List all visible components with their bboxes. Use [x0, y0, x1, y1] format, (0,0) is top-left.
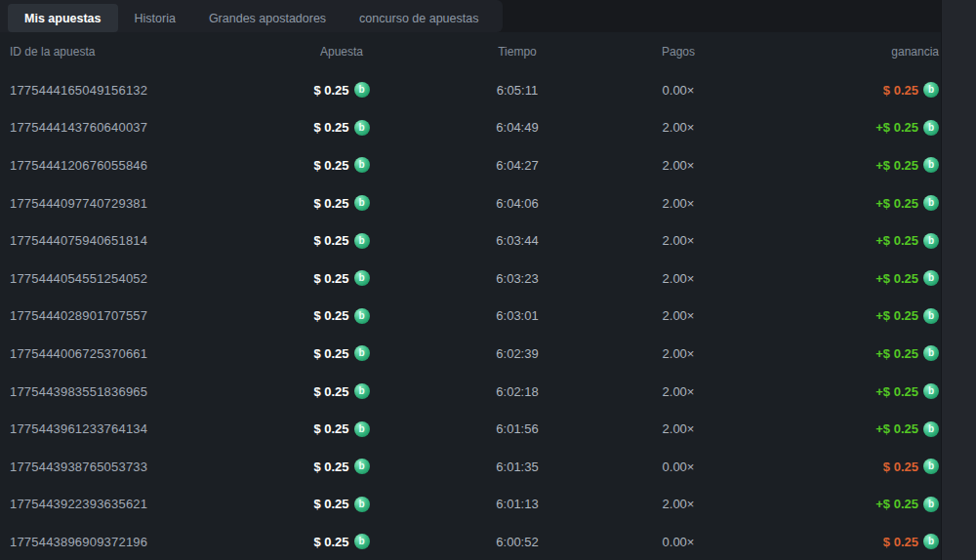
tab-concurso-de-apuestas[interactable]: concurso de apuestas [343, 4, 495, 32]
coin-icon: b [923, 233, 939, 249]
tab-mis-apuestas[interactable]: Mis apuestas [8, 4, 118, 32]
bet-payout: 2.00× [634, 421, 722, 436]
coin-icon: b [923, 534, 939, 549]
profit-cell: +$ 0.25 b [875, 120, 939, 136]
bet-amount: $ 0.25 [313, 233, 348, 248]
coin-icon: b [354, 308, 370, 324]
header-bet: Apuesta [283, 45, 400, 59]
bet-row[interactable]: 1775443922393635621 $ 0.25 b 6:01:13 2.0… [0, 486, 941, 524]
bets-table: ID de la apuesta Apuesta Tiempo Pagos ga… [0, 32, 941, 560]
bet-row[interactable]: 1775444143760640037 $ 0.25 b 6:04:49 2.0… [0, 109, 941, 147]
bet-amount: $ 0.25 [313, 271, 348, 286]
bet-payout: 2.00× [634, 346, 722, 361]
bet-id: 1775443983551836965 [0, 384, 283, 399]
bet-payout: 2.00× [634, 196, 722, 211]
bet-payout: 2.00× [634, 497, 722, 511]
header-time: Tiempo [400, 45, 634, 59]
coin-icon: b [354, 120, 370, 136]
coin-icon: b [923, 459, 939, 474]
bet-id: 1775443922393635621 [0, 497, 283, 511]
bet-row[interactable]: 1775444006725370661 $ 0.25 b 6:02:39 2.0… [0, 335, 941, 373]
bet-row[interactable]: 1775444054551254052 $ 0.25 b 6:03:23 2.0… [0, 260, 941, 298]
bet-amount-cell: $ 0.25 b [313, 270, 369, 286]
header-payout: Pagos [634, 45, 722, 59]
bet-payout: 2.00× [634, 158, 722, 173]
tabs-strip: Mis apuestasHistoriaGrandes apostadoresc… [0, 0, 503, 32]
profit-cell: +$ 0.25 b [875, 383, 939, 399]
bet-payout: 0.00× [634, 535, 722, 549]
bet-payout: 2.00× [634, 233, 722, 248]
profit-cell: +$ 0.25 b [875, 233, 939, 249]
bet-amount: $ 0.25 [313, 196, 348, 211]
profit-amount: $ 0.25 [883, 460, 918, 474]
profit-cell: +$ 0.25 b [875, 308, 939, 324]
bet-time: 6:04:06 [400, 196, 634, 211]
bet-row[interactable]: 1775443896909372196 $ 0.25 b 6:00:52 0.0… [0, 523, 941, 560]
bet-time: 6:00:52 [400, 535, 634, 549]
bet-row[interactable]: 1775444028901707557 $ 0.25 b 6:03:01 2.0… [0, 298, 941, 336]
tab-grandes-apostadores[interactable]: Grandes apostadores [192, 4, 343, 32]
coin-icon: b [923, 195, 939, 211]
bet-row[interactable]: 1775444097740729381 $ 0.25 b 6:04:06 2.0… [0, 184, 941, 222]
bet-amount: $ 0.25 [313, 346, 348, 361]
bet-payout: 2.00× [634, 308, 722, 323]
bet-amount: $ 0.25 [313, 83, 348, 98]
bet-amount: $ 0.25 [313, 120, 348, 135]
bet-payout: 2.00× [634, 384, 722, 399]
bet-amount: $ 0.25 [313, 384, 348, 399]
profit-amount: +$ 0.25 [875, 120, 918, 135]
bet-time: 6:03:44 [400, 233, 634, 248]
bet-amount-cell: $ 0.25 b [313, 82, 369, 98]
coin-icon: b [923, 270, 939, 286]
profit-amount: +$ 0.25 [875, 384, 918, 399]
bet-amount-cell: $ 0.25 b [313, 383, 369, 399]
profit-cell: +$ 0.25 b [875, 421, 939, 437]
bet-row[interactable]: 1775444120676055846 $ 0.25 b 6:04:27 2.0… [0, 146, 941, 184]
coin-icon: b [923, 120, 939, 136]
bet-row[interactable]: 1775444075940651814 $ 0.25 b 6:03:44 2.0… [0, 221, 941, 260]
tab-historia[interactable]: Historia [118, 4, 192, 32]
profit-cell: $ 0.25 b [883, 82, 939, 98]
bet-amount-cell: $ 0.25 b [313, 120, 369, 136]
bet-id: 1775444028901707557 [0, 308, 283, 323]
bet-time: 6:01:13 [400, 497, 634, 511]
bet-row[interactable]: 1775443938765053733 $ 0.25 b 6:01:35 0.0… [0, 448, 941, 486]
coin-icon: b [354, 345, 370, 361]
coin-icon: b [923, 308, 939, 324]
bet-row[interactable]: 1775443961233764134 $ 0.25 b 6:01:56 2.0… [0, 410, 941, 448]
coin-icon: b [923, 82, 939, 98]
profit-cell: +$ 0.25 b [875, 270, 939, 286]
profit-amount: +$ 0.25 [875, 308, 918, 323]
profit-amount: $ 0.25 [883, 83, 918, 98]
coin-icon: b [923, 421, 939, 437]
profit-cell: +$ 0.25 b [875, 157, 939, 173]
bet-amount: $ 0.25 [313, 497, 348, 511]
bet-id: 1775444143760640037 [0, 120, 283, 135]
bet-amount-cell: $ 0.25 b [313, 308, 369, 324]
bet-amount-cell: $ 0.25 b [313, 459, 369, 474]
bets-table-body: 1775444165049156132 $ 0.25 b 6:05:11 0.0… [0, 71, 941, 560]
bet-amount-cell: $ 0.25 b [313, 345, 369, 361]
profit-amount: +$ 0.25 [875, 421, 918, 436]
coin-icon: b [354, 421, 370, 437]
profit-amount: +$ 0.25 [875, 497, 918, 511]
profit-amount: $ 0.25 [883, 535, 918, 549]
bet-time: 6:03:01 [400, 308, 634, 323]
coin-icon: b [354, 195, 370, 211]
bet-row[interactable]: 1775444165049156132 $ 0.25 b 6:05:11 0.0… [0, 71, 941, 109]
bet-time: 6:04:27 [400, 158, 634, 173]
bet-amount: $ 0.25 [313, 460, 348, 474]
bet-row[interactable]: 1775443983551836965 $ 0.25 b 6:02:18 2.0… [0, 373, 941, 411]
profit-amount: +$ 0.25 [875, 346, 918, 361]
bet-amount: $ 0.25 [313, 421, 348, 436]
bet-amount-cell: $ 0.25 b [313, 534, 369, 549]
bet-id: 1775443961233764134 [0, 421, 283, 436]
coin-icon: b [354, 534, 370, 549]
bet-time: 6:02:39 [400, 346, 634, 361]
bet-time: 6:02:18 [400, 384, 634, 399]
bet-payout: 2.00× [634, 271, 722, 286]
coin-icon: b [923, 157, 939, 173]
coin-icon: b [354, 497, 370, 512]
bets-content: Mis apuestasHistoriaGrandes apostadoresc… [0, 0, 941, 560]
bets-table-header: ID de la apuesta Apuesta Tiempo Pagos ga… [0, 32, 941, 71]
